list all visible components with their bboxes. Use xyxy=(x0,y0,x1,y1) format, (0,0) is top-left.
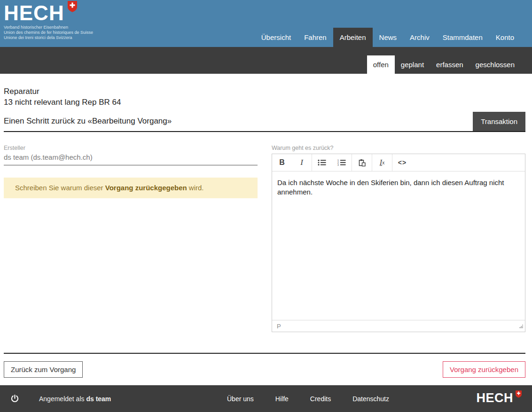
app-header: HECH Verband historischer Eisenbahnen Un… xyxy=(0,0,532,47)
right-column: Warum geht es zurück? B I 123 xyxy=(272,145,525,332)
paste-icon[interactable] xyxy=(352,154,372,171)
nav-item-arbeiten[interactable]: Arbeiten xyxy=(333,28,373,47)
footer-link-ueber-uns[interactable]: Über uns xyxy=(227,395,275,403)
page-heading: Reparatur 13 nicht relevant lang Rep BR … xyxy=(4,86,525,108)
footer-swiss-cross-icon xyxy=(516,390,522,400)
footer-links: Über uns Hilfe Credits Datenschutz xyxy=(227,395,411,403)
transaction-button[interactable]: Transaktion xyxy=(473,112,525,131)
app-footer: Angemeldet als ds team Über uns Hilfe Cr… xyxy=(0,385,532,412)
footer-logo: HECH xyxy=(476,392,522,404)
bold-icon[interactable]: B xyxy=(272,154,292,171)
editor-content-area[interactable]: Da ich nächste Woche in den Skiferien bi… xyxy=(272,171,525,320)
nav-item-fahren[interactable]: Fahren xyxy=(297,28,333,47)
logo-taglines: Verband historischer Eisenbahnen Union d… xyxy=(4,25,93,40)
left-column: Ersteller ds team (ds.team@hech.ch) Schr… xyxy=(4,145,258,332)
editor-element-path: P xyxy=(277,323,281,330)
nav-item-uebersicht[interactable]: Übersicht xyxy=(255,28,297,47)
editor-statusbar: P xyxy=(272,320,525,332)
logged-in-prefix: Angemeldet als xyxy=(39,395,86,403)
main-content: Reparatur 13 nicht relevant lang Rep BR … xyxy=(0,74,532,385)
logged-in-user: ds team xyxy=(86,395,111,403)
remove-format-icon[interactable]: Ix xyxy=(372,154,392,171)
back-to-process-button[interactable]: Zurück zum Vorgang xyxy=(4,361,83,378)
logged-in-status: Angemeldet als ds team xyxy=(39,395,111,403)
nav-item-stammdaten[interactable]: Stammdaten xyxy=(436,28,489,47)
nav-item-news[interactable]: News xyxy=(373,28,404,47)
bullet-list-icon[interactable] xyxy=(312,154,332,171)
footer-link-credits[interactable]: Credits xyxy=(310,395,352,403)
tab-offen[interactable]: offen xyxy=(367,55,395,74)
ersteller-value: ds team (ds.team@hech.ch) xyxy=(4,153,258,165)
alert-text-prefix: Schreiben Sie warum dieser xyxy=(15,184,105,192)
footer-link-datenschutz[interactable]: Datenschutz xyxy=(352,395,411,403)
ersteller-label: Ersteller xyxy=(4,145,258,151)
rich-text-editor: B I 123 xyxy=(272,154,525,332)
app-logo[interactable]: HECH Verband historischer Eisenbahnen Un… xyxy=(4,3,93,40)
process-category: Reparatur xyxy=(4,86,525,97)
footer-logo-text: HECH xyxy=(476,392,513,404)
main-nav: Übersicht Fahren Arbeiten News Archiv St… xyxy=(255,28,521,47)
return-process-button[interactable]: Vorgang zurückgeben xyxy=(443,361,525,378)
nav-item-konto[interactable]: Konto xyxy=(489,28,521,47)
swiss-cross-icon xyxy=(68,1,77,14)
source-code-icon[interactable]: <> xyxy=(392,154,412,171)
footer-link-hilfe[interactable]: Hilfe xyxy=(275,395,310,403)
step-header-row: Einen Schritt zurück zu «Bearbeitung Vor… xyxy=(4,112,525,132)
tab-geschlossen[interactable]: geschlossen xyxy=(469,55,521,74)
warning-alert: Schreiben Sie warum dieser Vorgang zurüc… xyxy=(4,178,258,198)
numbered-list-icon[interactable]: 123 xyxy=(332,154,352,171)
editor-label: Warum geht es zurück? xyxy=(272,145,525,151)
bottom-divider xyxy=(4,353,525,354)
nav-item-archiv[interactable]: Archiv xyxy=(403,28,436,47)
editor-toolbar: B I 123 xyxy=(272,154,525,171)
alert-text-bold: Vorgang zurückgegeben xyxy=(105,184,187,192)
process-title: 13 nicht relevant lang Rep BR 64 xyxy=(4,97,525,108)
resize-grip-icon[interactable] xyxy=(517,324,523,329)
alert-text-suffix: wird. xyxy=(187,184,204,192)
logo-text: HECH xyxy=(4,3,64,23)
sub-nav: offen geplant erfassen geschlossen xyxy=(0,47,532,74)
italic-icon[interactable]: I xyxy=(292,154,312,171)
svg-text:3: 3 xyxy=(337,163,339,166)
logout-power-icon[interactable] xyxy=(10,394,19,403)
action-buttons-row: Zurück zum Vorgang Vorgang zurückgeben xyxy=(4,361,525,378)
tab-geplant[interactable]: geplant xyxy=(395,55,430,74)
step-title: Einen Schritt zurück zu «Bearbeitung Vor… xyxy=(4,117,172,131)
tab-erfassen[interactable]: erfassen xyxy=(430,55,469,74)
